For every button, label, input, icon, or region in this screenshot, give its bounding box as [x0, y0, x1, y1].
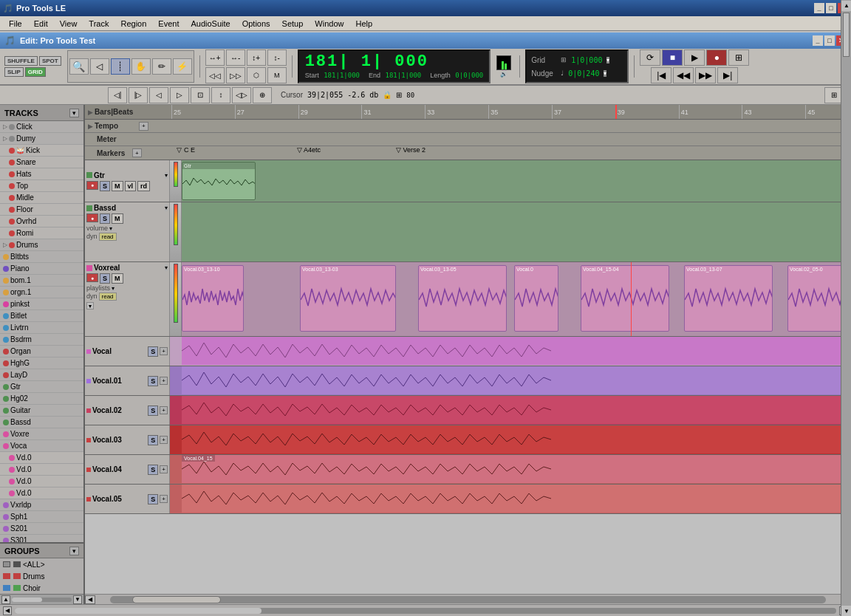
- move-right-button[interactable]: ▷: [170, 87, 189, 103]
- track-item-vd0-1[interactable]: Vd.0: [0, 452, 83, 464]
- capture-button[interactable]: ⊕: [253, 87, 272, 103]
- track-item-livtrn[interactable]: Livtrn: [0, 322, 83, 334]
- scroll-left-button[interactable]: ◀: [85, 595, 95, 604]
- marker-a4etc[interactable]: ▽ A4etc: [297, 146, 321, 154]
- vocal05-add-button[interactable]: +: [160, 495, 168, 503]
- track-item-organ[interactable]: Organ: [0, 346, 83, 357]
- bassd-mute-button[interactable]: M: [112, 213, 123, 224]
- track-item-bitlet[interactable]: Bitlet: [0, 310, 83, 322]
- gtr-mute-button[interactable]: M: [112, 181, 123, 191]
- gtr-clip-1[interactable]: Gtr: [182, 162, 256, 200]
- menu-view[interactable]: View: [54, 18, 83, 30]
- vocal04-solo-button[interactable]: S: [148, 465, 158, 475]
- menu-options[interactable]: Options: [236, 18, 276, 30]
- track-item-top[interactable]: Top: [0, 180, 83, 192]
- group-item-choir[interactable]: Choir: [0, 582, 83, 594]
- zoom-in-h-button[interactable]: ↔+: [205, 49, 225, 66]
- group-item-drums[interactable]: Drums: [0, 570, 83, 582]
- groups-menu-button[interactable]: ▾: [69, 547, 79, 555]
- bassd-read-button[interactable]: read: [99, 233, 117, 241]
- spot-mode-button[interactable]: SPOT: [39, 56, 61, 66]
- voxreal-clip-6[interactable]: Vocal.03_13-07: [684, 265, 773, 332]
- voxreal-clip-3[interactable]: Vocal.03_13-05: [418, 265, 507, 332]
- grid-mode-button[interactable]: GRID: [25, 67, 46, 77]
- vocal03-add-button[interactable]: +: [160, 436, 168, 444]
- fast-fwd-button[interactable]: ▶▶: [695, 67, 716, 83]
- menu-window[interactable]: Window: [309, 18, 349, 30]
- fwd-button[interactable]: ▷▷: [226, 67, 245, 83]
- menu-edit[interactable]: Edit: [28, 18, 54, 30]
- track-item-vd0-3[interactable]: Vd.0: [0, 476, 83, 487]
- back-button[interactable]: ◁◁: [205, 67, 225, 83]
- grab-tool-button[interactable]: ✋: [131, 58, 151, 75]
- track-item-bom[interactable]: bom.1: [0, 275, 83, 287]
- voxreal-clip-5[interactable]: Vocal.04_15-04: [581, 265, 669, 332]
- track-item-snare[interactable]: Snare: [0, 157, 83, 168]
- track-item-gtr[interactable]: Gtr: [0, 381, 83, 393]
- memory-button[interactable]: M: [267, 67, 287, 83]
- stop-button[interactable]: ■: [662, 49, 683, 66]
- track-item-ovrhd[interactable]: Ovrhd: [0, 216, 83, 227]
- vocal04-add-button[interactable]: +: [160, 465, 168, 473]
- track-item-bsdrm[interactable]: Bsdrm: [0, 334, 83, 346]
- vocal02-add-button[interactable]: +: [160, 406, 168, 414]
- loop-button[interactable]: ⟳: [640, 49, 660, 66]
- vocal01-add-button[interactable]: +: [160, 377, 168, 385]
- group-item-all[interactable]: <ALL>: [0, 558, 83, 570]
- track-item-vd0-4[interactable]: Vd.0: [0, 487, 83, 499]
- edit-minimize-button[interactable]: _: [813, 35, 823, 46]
- minimize-button[interactable]: _: [814, 3, 824, 13]
- nudge-dropdown-button[interactable]: ▾: [604, 70, 606, 77]
- track-item-voxre[interactable]: Voxre: [0, 428, 83, 440]
- zoom-out-h-button[interactable]: ↔-: [226, 49, 245, 66]
- track-item-midle[interactable]: Midle: [0, 192, 83, 204]
- play-button[interactable]: ▶: [684, 49, 705, 66]
- voxreal-read-button[interactable]: read: [99, 292, 117, 301]
- track-item-sph1[interactable]: Sph1: [0, 511, 83, 523]
- voxreal-clip-2[interactable]: Vocal.03_13-03: [300, 265, 396, 332]
- track-item-hg02[interactable]: Hg02: [0, 393, 83, 405]
- tracks-scroll-down[interactable]: ▼: [73, 595, 82, 604]
- marker-verse2[interactable]: ▽ Verse 2: [396, 146, 426, 154]
- track-item-romi[interactable]: Romi: [0, 227, 83, 239]
- voxreal-rec-button[interactable]: ●: [86, 273, 98, 282]
- nudge-right-button[interactable]: |▷: [129, 87, 148, 103]
- grid-dropdown-button[interactable]: ▾: [606, 57, 609, 64]
- vocal-add-button[interactable]: +: [160, 347, 168, 355]
- vocal05-solo-button[interactable]: S: [148, 494, 158, 504]
- track-item-kick[interactable]: 🥁 Kick: [0, 145, 83, 157]
- track-item-floor[interactable]: Floor: [0, 204, 83, 216]
- track-item-s301[interactable]: S301: [0, 535, 83, 542]
- track-item-drums[interactable]: ▷ Drums: [0, 239, 83, 251]
- go-end-button[interactable]: ▶|: [717, 67, 738, 83]
- gtr-solo-button[interactable]: S: [100, 181, 110, 191]
- status-scroll-left[interactable]: ◀: [3, 606, 12, 615]
- bassd-volume-dropdown[interactable]: ▾: [109, 225, 112, 232]
- voxreal-mute-button[interactable]: M: [112, 273, 123, 284]
- grid-snap-button[interactable]: ⊡: [191, 87, 210, 103]
- track-item-hghg[interactable]: HghG: [0, 357, 83, 369]
- track-item-layd[interactable]: LayD: [0, 369, 83, 381]
- select-tool-button[interactable]: ┊: [111, 58, 130, 75]
- move-left-button[interactable]: ◁: [149, 87, 168, 103]
- voxreal-dropdown-button[interactable]: ▾: [165, 264, 168, 271]
- edit-maximize-button[interactable]: □: [824, 35, 835, 46]
- shuffle-mode-button[interactable]: SHUFFLE: [4, 56, 38, 66]
- trim-tool-button[interactable]: ◁: [90, 58, 109, 75]
- gtr-vel-button[interactable]: vl: [125, 181, 137, 191]
- add-marker-button[interactable]: +: [132, 148, 142, 157]
- voxreal-clip-4[interactable]: Vocal.0: [514, 265, 558, 332]
- track-item-vd0-2[interactable]: Vd.0: [0, 464, 83, 476]
- track-item-bltbts[interactable]: Bltbts: [0, 251, 83, 263]
- h-scroll-thumb[interactable]: [132, 596, 221, 603]
- track-item-orgn[interactable]: orgn.1: [0, 287, 83, 298]
- zoom-sel-button[interactable]: ⬡: [247, 67, 266, 83]
- zoom-in-v-button[interactable]: ↕+: [247, 49, 266, 66]
- voxreal-expand-button[interactable]: ▼: [86, 302, 94, 309]
- zoom-tool-button[interactable]: 🔍: [69, 58, 89, 75]
- vocal-solo-button[interactable]: S: [148, 346, 158, 357]
- track-item-s201[interactable]: S201: [0, 523, 83, 535]
- nudge-left-button[interactable]: ◁|: [108, 87, 127, 103]
- menu-event[interactable]: Event: [152, 18, 185, 30]
- pencil-tool-button[interactable]: ✏: [152, 58, 171, 75]
